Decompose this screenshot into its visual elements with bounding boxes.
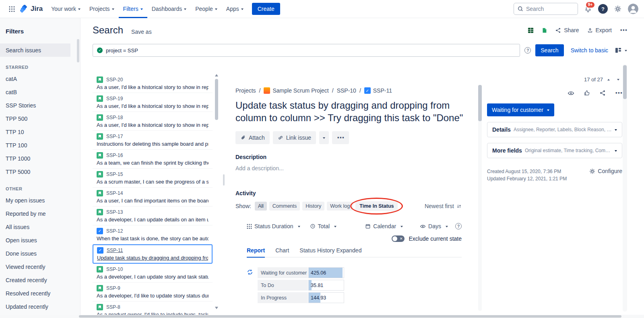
list-item[interactable]: SSP-14 As a user, I can find important i… <box>93 188 213 206</box>
save-as-link[interactable]: Save as <box>131 29 152 35</box>
list-item[interactable]: SSP-20 As a user, I'd like a historical … <box>93 74 213 93</box>
link-issue-button[interactable]: Link issue <box>273 131 316 144</box>
details-panel-header[interactable]: Details Assignee, Reporter, Labels, Bloc… <box>487 122 622 137</box>
sidebar-item-filter[interactable]: TTP 10 <box>0 125 70 138</box>
breadcrumb-project[interactable]: Sample Scrum Project <box>264 87 328 94</box>
scroll-up-arrow[interactable] <box>215 74 218 76</box>
status-duration-dropdown[interactable]: Status Duration <box>247 223 300 229</box>
sidebar-item-filter[interactable]: Viewed recently <box>0 260 70 273</box>
nav-your-work[interactable]: Your work <box>47 0 85 18</box>
list-item[interactable]: SSP-13 As a developer, I can update deta… <box>93 206 213 225</box>
breadcrumb-parent-issue[interactable]: SSP-10 <box>337 87 356 94</box>
tab-report[interactable]: Report <box>247 247 265 258</box>
activity-filter-all[interactable]: All <box>255 202 267 211</box>
help-icon[interactable]: ? <box>598 4 608 14</box>
nav-people[interactable]: People <box>191 0 222 18</box>
sort-order-button[interactable]: Newest first <box>425 203 462 209</box>
list-item[interactable]: SSP-8 As a product owner, I'd like to in… <box>93 301 213 315</box>
activity-filter-time-in-status[interactable]: Time In Status <box>355 201 398 211</box>
settings-gear-icon[interactable] <box>614 5 621 12</box>
scrollbar-thumb[interactable] <box>215 79 218 120</box>
sidebar-item-filter[interactable]: All issues <box>0 220 70 233</box>
share-icon[interactable] <box>599 90 606 96</box>
issue-more-actions-button[interactable]: ⋯ <box>332 131 349 144</box>
sidebar-item-filter[interactable]: TPP 500 <box>0 112 70 125</box>
sidebar-item-search-issues[interactable]: Search issues <box>0 43 70 57</box>
watch-icon[interactable] <box>568 90 574 97</box>
days-unit-dropdown[interactable]: Days <box>420 223 448 229</box>
activity-filter-comments[interactable]: Comments <box>269 202 300 211</box>
header-more-icon[interactable]: ⋯ <box>620 27 627 34</box>
list-item[interactable]: SSP-18 As a user, I'd like a historical … <box>93 112 213 131</box>
sidebar-item-filter[interactable]: Created recently <box>0 273 70 287</box>
sidebar-item-filter[interactable]: Updated recently <box>0 300 70 313</box>
scrollbar-thumb[interactable] <box>79 315 621 318</box>
switch-to-basic-link[interactable]: Switch to basic <box>571 47 608 54</box>
calendar-dropdown[interactable]: Calendar <box>365 223 403 229</box>
breadcrumb-current-issue[interactable]: SSP-11 <box>364 87 392 94</box>
nav-dashboards[interactable]: Dashboards <box>147 0 191 18</box>
sidebar-item-filter[interactable]: TTP 5000 <box>0 165 70 178</box>
detail-pane-scrollbar[interactable] <box>478 85 482 311</box>
refresh-report-icon[interactable] <box>247 269 253 303</box>
export-sheet-icon[interactable] <box>542 27 547 33</box>
sidebar-item-filter[interactable]: My open issues <box>0 194 70 207</box>
total-dropdown[interactable]: Total <box>310 223 337 229</box>
activity-filter-history[interactable]: History <box>302 202 324 211</box>
sidebar-item-filter[interactable]: Resolved recently <box>0 287 70 300</box>
global-search-input[interactable] <box>526 6 571 12</box>
configure-button[interactable]: Configure <box>589 168 622 174</box>
global-search-box[interactable] <box>514 3 578 15</box>
jira-logo[interactable]: Jira <box>18 5 47 13</box>
page-horizontal-scrollbar[interactable] <box>0 315 644 318</box>
list-item[interactable]: SSP-19 As a user, I'd like a historical … <box>93 93 213 112</box>
export-excel-icon[interactable] <box>528 27 534 33</box>
previous-issue-button[interactable] <box>605 75 613 83</box>
issue-list-scrollbar[interactable] <box>215 74 219 309</box>
create-button[interactable]: Create <box>252 3 280 15</box>
export-button[interactable]: Export <box>587 27 612 33</box>
notifications-button[interactable]: 9+ <box>584 5 592 12</box>
panel-more-icon[interactable]: ⋯ <box>615 89 622 97</box>
exclude-current-state-toggle[interactable]: ✕ <box>392 235 405 242</box>
pane-resize-handle[interactable] <box>223 174 225 186</box>
next-issue-button[interactable] <box>614 75 622 83</box>
sidebar-item-filter[interactable]: Reported by me <box>0 207 70 220</box>
query-help-icon[interactable]: ? <box>524 47 531 54</box>
scrollbar-thumb[interactable] <box>478 85 482 121</box>
share-button[interactable]: Share <box>555 27 579 33</box>
sidebar-item-filter[interactable]: catA <box>0 72 70 85</box>
page-vertical-scrollbar[interactable] <box>623 64 627 312</box>
sidebar-item-filter[interactable]: SSP Stories <box>0 99 70 112</box>
sidebar-item-filter[interactable]: catB <box>0 85 70 99</box>
tab-chart[interactable]: Chart <box>275 247 289 257</box>
list-item[interactable]: SSP-10 As a developer, I can update stor… <box>93 264 213 283</box>
list-item[interactable]: SSP-15 As a scrum master, I can see the … <box>93 169 213 188</box>
nav-filters[interactable]: Filters <box>119 0 147 18</box>
sidebar-scrollbar[interactable] <box>77 39 79 62</box>
app-switcher-icon[interactable] <box>6 3 18 15</box>
tab-status-history-expanded[interactable]: Status History Expanded <box>299 247 361 257</box>
jql-query-input[interactable]: project = SSP <box>93 44 520 57</box>
list-item[interactable]: SSP-12 When the last task is done, the s… <box>93 225 213 244</box>
list-item[interactable]: SSP-16 As a team, we can finish the spri… <box>93 150 213 169</box>
link-issue-dropdown-button[interactable] <box>319 131 329 144</box>
activity-filter-worklog[interactable]: Work log <box>327 202 353 211</box>
help-icon[interactable]: ? <box>455 223 462 229</box>
sidebar-item-filter[interactable]: TTP 100 <box>0 138 70 152</box>
scroll-down-arrow[interactable] <box>215 307 218 309</box>
list-item[interactable]: SSP-17 Instructions for deleting this sa… <box>93 131 213 150</box>
user-avatar[interactable] <box>628 4 638 14</box>
scrollbar-thumb[interactable] <box>623 65 627 99</box>
more-fields-panel-header[interactable]: More fields Original estimate, Time trac… <box>487 143 622 158</box>
list-item[interactable]: SSP-9 As a developer, I'd like to update… <box>93 283 213 301</box>
description-placeholder[interactable]: Add a description... <box>235 165 477 171</box>
sidebar-item-filter[interactable]: Done issues <box>0 247 70 260</box>
breadcrumb-projects[interactable]: Projects <box>235 87 256 94</box>
sidebar-item-filter[interactable]: Open issues <box>0 233 70 247</box>
vote-thumbs-up-icon[interactable] <box>584 90 590 96</box>
view-layout-toggle[interactable] <box>615 47 627 53</box>
status-dropdown-button[interactable]: Waiting for customer <box>487 103 554 116</box>
sidebar-item-filter[interactable]: TTP 1000 <box>0 152 70 165</box>
issue-title[interactable]: Update task status by dragging and dropp… <box>235 99 465 124</box>
